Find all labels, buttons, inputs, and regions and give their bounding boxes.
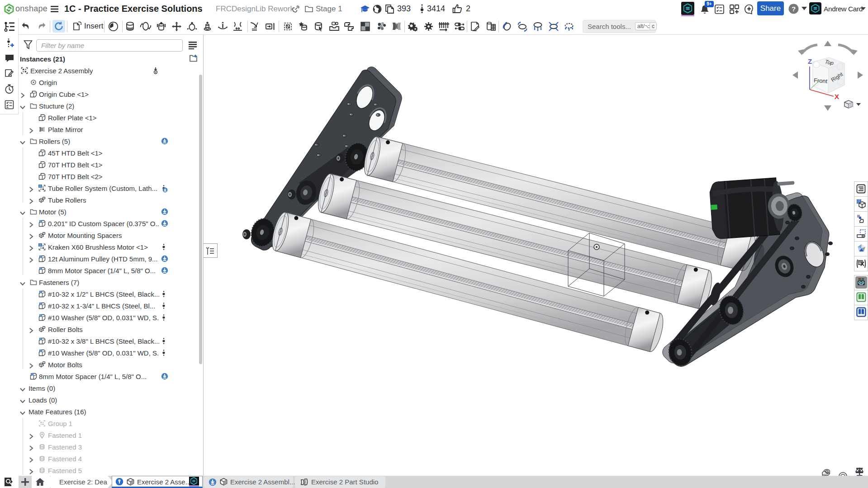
svg-text:Front: Front bbox=[813, 77, 828, 85]
svg-text:X: X bbox=[835, 93, 839, 100]
svg-text:?: ? bbox=[792, 5, 796, 13]
svg-text:Z: Z bbox=[808, 57, 812, 65]
